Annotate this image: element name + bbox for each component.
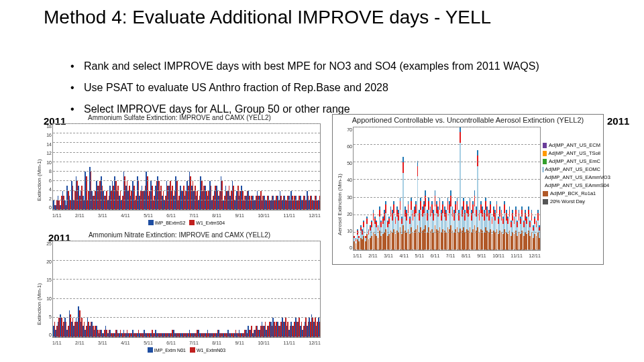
- bullet-item: Select IMPROVE days for ALL, Group 50 or…: [70, 104, 539, 115]
- y-axis: 706050403020100: [344, 127, 352, 250]
- chart-nitrate: Ammonium Nitrate Extinction: IMPROVE and…: [34, 231, 325, 355]
- chart-title: Ammonium Nitrate Extinction: IMPROVE and…: [34, 231, 325, 239]
- y-axis-label: Extinction (Mm-1): [36, 159, 42, 201]
- legend: IMP_BExtmS2W1_ExtmS04: [52, 220, 321, 225]
- y-axis-label: Extinction (Mm-1): [36, 283, 42, 325]
- chart-title: Ammonium Sulfate Extinction: IMPROVE and…: [34, 114, 325, 121]
- x-axis: 1/112/113/114/115/116/117/118/119/1110/1…: [353, 253, 541, 258]
- bullet-item: Use PSAT to evaluate US Anthro fraction …: [70, 82, 539, 93]
- legend: Ad|MP_ANT_US_ECMAd|MP_ANT_US_TSoilAd|MP_…: [543, 141, 600, 206]
- y-axis: 2520151050: [44, 241, 52, 337]
- chart-sulfate: Ammonium Sulfate Extinction: IMPROVE and…: [34, 114, 325, 228]
- chart-bars: [53, 124, 320, 210]
- chart-apportioned: Apportioned Controllable vs. Uncontrolla…: [332, 114, 604, 265]
- page-title: Method 4: Evaluate Additional IMPROVE da…: [44, 7, 491, 28]
- bullet-item: Rank and select IMPROVE days with best M…: [70, 61, 539, 72]
- chart-bars: [53, 241, 320, 337]
- x-axis: 1/112/113/114/115/116/117/118/119/1110/1…: [52, 341, 321, 345]
- year-label: 2011: [607, 115, 629, 127]
- chart-title: Apportioned Controllable vs. Uncontrolla…: [333, 116, 603, 124]
- y-axis-label: Aerosol Extinction (Mm-1): [337, 174, 343, 235]
- x-axis: 1/112/113/114/115/116/117/118/119/1110/1…: [52, 213, 321, 218]
- legend: IMP_Extm N01W1_ExtmN03: [52, 347, 321, 353]
- y-axis: 181614121086420: [44, 124, 52, 210]
